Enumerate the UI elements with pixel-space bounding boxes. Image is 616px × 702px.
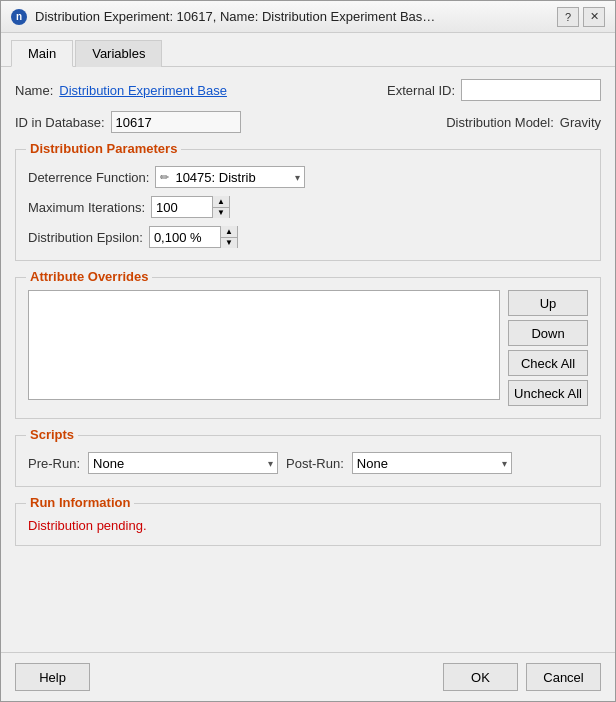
distribution-model-value: Gravity xyxy=(560,115,601,130)
max-iterations-input[interactable] xyxy=(152,197,212,217)
tab-bar: Main Variables xyxy=(1,33,615,67)
run-info-title: Run Information xyxy=(26,495,134,510)
post-run-label: Post-Run: xyxy=(286,456,344,471)
cancel-button[interactable]: Cancel xyxy=(526,663,601,691)
name-label: Name: xyxy=(15,83,53,98)
pre-run-value: None xyxy=(93,456,266,471)
override-list[interactable] xyxy=(28,290,500,400)
max-iterations-up[interactable]: ▲ xyxy=(213,196,229,207)
main-content: Name: Distribution Experiment Base Exter… xyxy=(1,67,615,652)
distribution-params-title: Distribution Parameters xyxy=(26,141,181,156)
max-iterations-spinner-buttons: ▲ ▼ xyxy=(212,196,229,218)
name-value[interactable]: Distribution Experiment Base xyxy=(59,83,227,98)
bottom-bar: Help OK Cancel xyxy=(1,652,615,701)
distribution-params-group: Distribution Parameters Deterrence Funct… xyxy=(15,149,601,261)
external-id-input[interactable] xyxy=(461,79,601,101)
title-bar: n Distribution Experiment: 10617, Name: … xyxy=(1,1,615,33)
distribution-epsilon-spinner-buttons: ▲ ▼ xyxy=(220,226,237,248)
attribute-overrides-group: Attribute Overrides Up Down Check All Un… xyxy=(15,277,601,419)
post-run-arrow: ▾ xyxy=(502,458,507,469)
pre-run-dropdown[interactable]: None ▾ xyxy=(88,452,278,474)
close-title-button[interactable]: ✕ xyxy=(583,7,605,27)
deterrence-dropdown-arrow: ▾ xyxy=(295,172,300,183)
dialog-window: n Distribution Experiment: 10617, Name: … xyxy=(0,0,616,702)
override-area: Up Down Check All Uncheck All xyxy=(28,290,588,406)
name-row: Name: Distribution Experiment Base Exter… xyxy=(15,79,601,101)
max-iterations-row: Maximum Iterations: ▲ ▼ xyxy=(28,196,588,218)
help-title-button[interactable]: ? xyxy=(557,7,579,27)
run-info-group: Run Information Distribution pending. xyxy=(15,503,601,546)
dialog-title: Distribution Experiment: 10617, Name: Di… xyxy=(35,9,549,24)
up-button[interactable]: Up xyxy=(508,290,588,316)
distribution-epsilon-up[interactable]: ▲ xyxy=(221,226,237,237)
help-button[interactable]: Help xyxy=(15,663,90,691)
distribution-epsilon-spinner: ▲ ▼ xyxy=(149,226,238,248)
deterrence-function-row: Deterrence Function: ✏ 10475: Distrib ▾ xyxy=(28,166,588,188)
deterrence-function-label: Deterrence Function: xyxy=(28,170,149,185)
tab-variables[interactable]: Variables xyxy=(75,40,162,67)
scripts-row: Pre-Run: None ▾ Post-Run: None ▾ xyxy=(28,452,588,474)
app-icon: n xyxy=(11,9,27,25)
post-run-value: None xyxy=(357,456,500,471)
check-all-button[interactable]: Check All xyxy=(508,350,588,376)
id-row: ID in Database: Distribution Model: Grav… xyxy=(15,111,601,133)
distribution-epsilon-label: Distribution Epsilon: xyxy=(28,230,143,245)
down-button[interactable]: Down xyxy=(508,320,588,346)
post-run-dropdown[interactable]: None ▾ xyxy=(352,452,512,474)
ok-button[interactable]: OK xyxy=(443,663,518,691)
tab-main[interactable]: Main xyxy=(11,40,73,67)
pre-run-label: Pre-Run: xyxy=(28,456,80,471)
max-iterations-label: Maximum Iterations: xyxy=(28,200,145,215)
max-iterations-down[interactable]: ▼ xyxy=(213,207,229,218)
uncheck-all-button[interactable]: Uncheck All xyxy=(508,380,588,406)
title-bar-buttons: ? ✕ xyxy=(557,7,605,27)
deterrence-function-value: 10475: Distrib xyxy=(175,170,291,185)
distribution-epsilon-row: Distribution Epsilon: ▲ ▼ xyxy=(28,226,588,248)
external-id-label: External ID: xyxy=(387,83,455,98)
distribution-epsilon-down[interactable]: ▼ xyxy=(221,237,237,248)
distribution-model-label: Distribution Model: xyxy=(446,115,554,130)
run-info-status: Distribution pending. xyxy=(28,518,588,533)
attribute-overrides-title: Attribute Overrides xyxy=(26,269,152,284)
deterrence-function-dropdown[interactable]: ✏ 10475: Distrib ▾ xyxy=(155,166,305,188)
distribution-epsilon-input[interactable] xyxy=(150,227,220,247)
scripts-title: Scripts xyxy=(26,427,78,442)
id-in-db-label: ID in Database: xyxy=(15,115,105,130)
deterrence-icon: ✏ xyxy=(160,171,169,184)
pre-run-arrow: ▾ xyxy=(268,458,273,469)
scripts-group: Scripts Pre-Run: None ▾ Post-Run: None ▾ xyxy=(15,435,601,487)
override-buttons: Up Down Check All Uncheck All xyxy=(508,290,588,406)
max-iterations-spinner: ▲ ▼ xyxy=(151,196,230,218)
bottom-right-buttons: OK Cancel xyxy=(443,663,601,691)
id-in-db-input xyxy=(111,111,241,133)
